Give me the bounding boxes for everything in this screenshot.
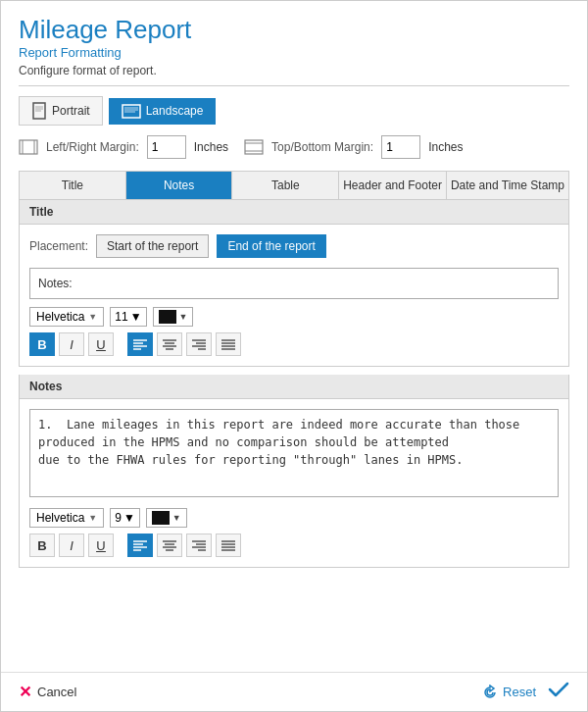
divider [19,85,569,86]
notes-color-button[interactable]: ▼ [146,508,187,528]
page-description: Configure format of report. [19,64,569,77]
notes-align-center-icon [163,539,176,551]
notes-font-chevron: ▼ [88,513,97,523]
notes-align-center-button[interactable] [157,534,182,557]
placement-row: Placement: Start of the report End of th… [29,234,559,258]
tab-title[interactable]: Title [20,172,126,199]
notes-textarea[interactable] [29,409,559,497]
ok-button[interactable] [548,681,569,703]
notes-size-select[interactable]: 9 ▼ [110,508,140,528]
portrait-button[interactable]: Portrait [19,96,103,126]
title-align-left-button[interactable] [127,332,153,356]
title-bold-button[interactable]: B [29,332,55,356]
notes-align-left-button[interactable] [127,534,153,557]
notes-font-row: Helvetica ▼ 9 ▼ ▼ [29,508,559,528]
notes-bold-button[interactable]: B [29,534,55,557]
lr-margin-icon [19,139,38,155]
placement-label: Placement: [29,239,88,253]
tb-margin-icon [244,139,264,155]
title-font-select[interactable]: Helvetica ▼ [29,307,104,327]
title-align-center-button[interactable] [157,332,182,356]
notes-format-row: B I U [29,534,559,557]
lr-margin-label: Left/Right Margin: [46,140,139,154]
title-color-swatch [159,310,176,324]
tb-margin-input[interactable] [381,135,420,159]
title-color-arrow: ▼ [179,312,188,322]
title-panel-header: Title [20,200,568,225]
tab-header-footer[interactable]: Header and Footer [339,172,447,199]
lr-margin-unit: Inches [194,140,228,154]
title-italic-button[interactable]: I [59,332,84,356]
notes-align-right-icon [192,539,206,551]
tab-notes[interactable]: Notes [126,172,233,199]
notes-font-name: Helvetica [36,511,84,525]
notes-color-arrow: ▼ [172,513,181,523]
notes-align-left-icon [133,539,147,551]
tb-margin-unit: Inches [428,140,463,154]
align-right-icon [192,338,206,350]
reset-label: Reset [503,685,536,699]
cancel-button[interactable]: ✕ Cancel [19,683,76,701]
title-underline-button[interactable]: U [88,332,114,356]
landscape-button[interactable]: Landscape [109,98,217,125]
cancel-x-icon: ✕ [19,683,31,701]
notes-align-right-button[interactable] [186,534,212,557]
title-format-row: B I U [29,332,559,356]
cancel-label: Cancel [37,685,76,699]
lr-margin-input[interactable] [147,135,186,159]
svg-rect-11 [245,140,263,154]
start-of-report-button[interactable]: Start of the report [96,234,209,258]
notes-font-size: 9 [115,511,122,525]
title-notes-input[interactable] [29,268,559,299]
title-align-right-button[interactable] [186,332,212,356]
portrait-label: Portrait [52,104,90,118]
reset-button[interactable]: Reset [482,685,536,700]
notes-underline-button[interactable]: U [88,534,114,557]
notes-font-select[interactable]: Helvetica ▼ [29,508,104,528]
tab-date-time[interactable]: Date and Time Stamp [447,172,568,199]
title-font-row: Helvetica ▼ 11 ▼ ▼ [29,307,559,327]
ok-checkmark-icon [548,681,569,698]
title-panel-body: Placement: Start of the report End of th… [20,225,568,366]
portrait-icon [31,102,47,120]
title-size-chevron: ▼ [130,310,142,324]
notes-size-chevron: ▼ [123,511,135,525]
notes-align-justify-icon [221,539,235,551]
notes-color-swatch [152,511,170,525]
title-font-chevron: ▼ [88,312,97,322]
title-align-justify-button[interactable] [216,332,241,356]
reset-icon [482,685,498,700]
orientation-row: Portrait Landscape [19,96,569,126]
notes-panel-header: Notes [20,375,568,399]
notes-panel-body: Helvetica ▼ 9 ▼ ▼ B I U [20,399,568,567]
page-subtitle: Report Formatting [19,45,569,60]
align-center-icon [163,338,176,350]
notes-panel: Notes Helvetica ▼ 9 ▼ ▼ B I [19,375,569,568]
footer: ✕ Cancel Reset [1,672,587,711]
title-color-button[interactable]: ▼ [153,307,194,327]
tabs-row: Title Notes Table Header and Footer Date… [19,171,569,200]
notes-align-justify-button[interactable] [216,534,241,557]
footer-right: Reset [482,681,569,703]
landscape-icon [122,104,141,119]
landscape-label: Landscape [146,104,204,118]
end-of-report-button[interactable]: End of the report [217,234,325,258]
tb-margin-label: Top/Bottom Margin: [271,140,373,154]
tab-table[interactable]: Table [232,172,339,199]
title-font-name: Helvetica [36,310,84,324]
title-font-size: 11 [115,310,127,324]
align-justify-icon [221,338,235,350]
notes-italic-button[interactable]: I [59,534,84,557]
margins-row: Left/Right Margin: Inches Top/Bottom Mar… [19,135,569,159]
title-size-select[interactable]: 11 ▼ [110,307,146,327]
title-panel: Title Placement: Start of the report End… [19,200,569,367]
align-left-icon [133,338,147,350]
page-title: Mileage Report [19,15,569,45]
